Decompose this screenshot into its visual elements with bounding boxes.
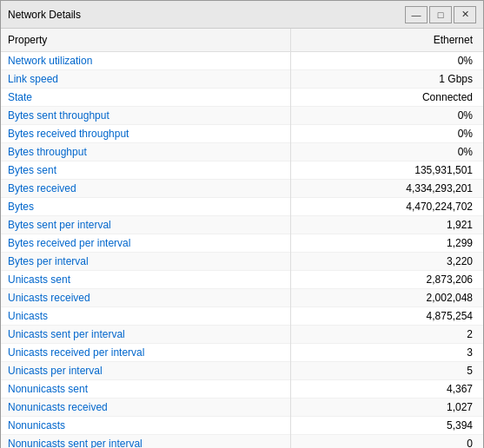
property-cell: Bytes received [1, 180, 290, 198]
property-cell: Network utilization [1, 52, 290, 70]
property-cell: Bytes [1, 198, 290, 216]
table-row: Link speed1 Gbps [1, 70, 483, 89]
property-cell: Nonunicasts received [1, 399, 290, 417]
value-cell: 5 [290, 362, 483, 380]
property-cell: Unicasts sent [1, 271, 290, 289]
property-cell: Nonunicasts sent per interval [1, 435, 290, 449]
table-row: Nonunicasts sent4,367 [1, 380, 483, 399]
property-cell: Nonunicasts [1, 417, 290, 435]
property-cell: Bytes sent throughput [1, 107, 290, 125]
value-cell: 1,921 [290, 216, 483, 234]
value-cell: 4,470,224,702 [290, 198, 483, 216]
table-row: Nonunicasts sent per interval0 [1, 435, 483, 449]
table-row: StateConnected [1, 89, 483, 107]
table-header-row: Property Ethernet [1, 29, 483, 52]
table-row: Bytes per interval3,220 [1, 253, 483, 271]
table-row: Nonunicasts5,394 [1, 417, 483, 435]
window-title: Network Details [8, 9, 81, 21]
value-cell: 5,394 [290, 417, 483, 435]
property-cell: Unicasts [1, 307, 290, 326]
table-row: Nonunicasts received1,027 [1, 399, 483, 417]
table-row: Bytes throughput0% [1, 143, 483, 161]
value-cell: 2,873,206 [290, 271, 483, 289]
value-cell: 4,367 [290, 380, 483, 399]
table-body: Network utilization0%Link speed1 GbpsSta… [1, 52, 483, 449]
value-cell: 0% [290, 107, 483, 125]
property-cell: Bytes throughput [1, 143, 290, 161]
value-header: Ethernet [290, 29, 483, 52]
property-cell: Bytes received per interval [1, 234, 290, 253]
maximize-button[interactable]: □ [429, 6, 452, 23]
value-cell: 2 [290, 326, 483, 344]
title-bar: Network Details — □ ✕ [1, 1, 483, 29]
close-button[interactable]: ✕ [454, 6, 476, 23]
property-cell: Unicasts received [1, 289, 290, 307]
value-cell: 1,299 [290, 234, 483, 253]
value-cell: 135,931,501 [290, 161, 483, 180]
property-cell: Nonunicasts sent [1, 380, 290, 399]
property-header: Property [1, 29, 290, 52]
network-details-window: Network Details — □ ✕ Property Ethernet … [0, 0, 484, 448]
value-cell: 0% [290, 143, 483, 161]
table-row: Bytes4,470,224,702 [1, 198, 483, 216]
value-cell: Connected [290, 89, 483, 107]
table-row: Unicasts sent2,873,206 [1, 271, 483, 289]
value-cell: 0 [290, 435, 483, 449]
value-cell: 2,002,048 [290, 289, 483, 307]
property-cell: Unicasts sent per interval [1, 326, 290, 344]
property-cell: Bytes sent per interval [1, 216, 290, 234]
value-cell: 4,875,254 [290, 307, 483, 326]
table-row: Bytes received per interval1,299 [1, 234, 483, 253]
property-cell: Bytes per interval [1, 253, 290, 271]
property-cell: Unicasts received per interval [1, 344, 290, 362]
table-row: Bytes received4,334,293,201 [1, 180, 483, 198]
property-cell: Unicasts per interval [1, 362, 290, 380]
value-cell: 1,027 [290, 399, 483, 417]
value-cell: 3 [290, 344, 483, 362]
property-cell: Link speed [1, 70, 290, 89]
table-row: Unicasts received2,002,048 [1, 289, 483, 307]
table-row: Bytes sent throughput0% [1, 107, 483, 125]
table-row: Unicasts4,875,254 [1, 307, 483, 326]
table-row: Bytes sent per interval1,921 [1, 216, 483, 234]
network-details-table: Property Ethernet Network utilization0%L… [1, 29, 483, 448]
table-row: Unicasts per interval5 [1, 362, 483, 380]
property-cell: Bytes sent [1, 161, 290, 180]
table-row: Bytes sent135,931,501 [1, 161, 483, 180]
value-cell: 3,220 [290, 253, 483, 271]
property-cell: Bytes received throughput [1, 125, 290, 143]
window-controls: — □ ✕ [405, 6, 476, 23]
value-cell: 4,334,293,201 [290, 180, 483, 198]
minimize-button[interactable]: — [405, 6, 428, 23]
value-cell: 1 Gbps [290, 70, 483, 89]
value-cell: 0% [290, 125, 483, 143]
table-row: Unicasts sent per interval2 [1, 326, 483, 344]
table-container: Property Ethernet Network utilization0%L… [1, 29, 483, 448]
table-row: Unicasts received per interval3 [1, 344, 483, 362]
value-cell: 0% [290, 52, 483, 70]
table-row: Bytes received throughput0% [1, 125, 483, 143]
property-cell: State [1, 89, 290, 107]
table-row: Network utilization0% [1, 52, 483, 70]
